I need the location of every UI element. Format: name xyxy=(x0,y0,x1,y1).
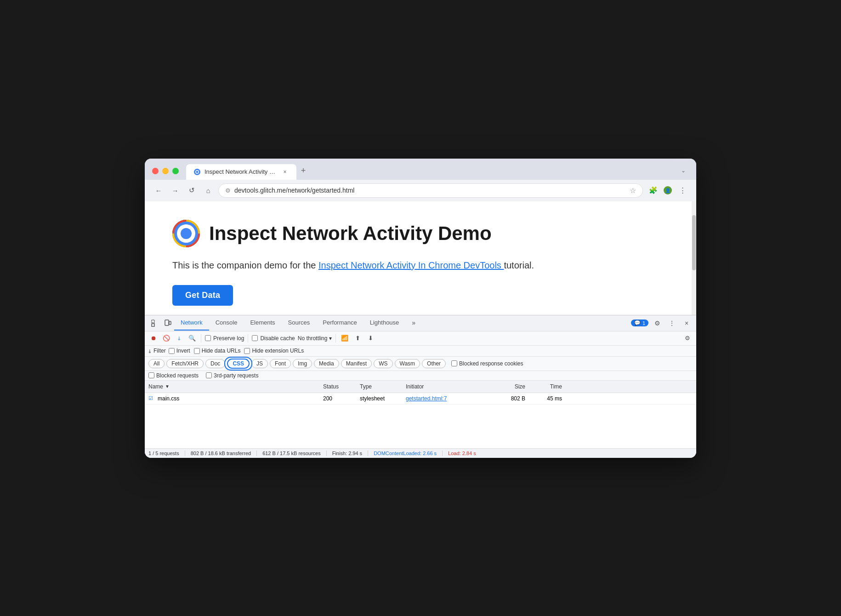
third-party-checkbox[interactable]: 3rd-party requests xyxy=(206,372,258,379)
row-time-cell: 45 ms xyxy=(525,395,562,402)
tab-chevron-icon[interactable]: ⌄ xyxy=(678,165,689,176)
blocked-response-checkbox[interactable]: Blocked response cookies xyxy=(451,360,523,367)
requests-count: 1 / 5 requests xyxy=(148,451,185,456)
record-button[interactable]: ⏺ xyxy=(148,333,159,343)
address-bar[interactable]: ⚙ devtools.glitch.me/network/getstarted.… xyxy=(218,183,643,198)
filter-font[interactable]: Font xyxy=(270,359,291,368)
title-bar: Inspect Network Activity Dem × + ⌄ xyxy=(145,159,696,180)
search-button[interactable]: 🔍 xyxy=(187,333,197,343)
extensions-button[interactable]: 🧩 xyxy=(647,184,659,197)
hide-data-urls-input[interactable] xyxy=(194,348,200,354)
row-initiator-link[interactable]: getstarted.html:7 xyxy=(406,395,447,402)
tab-close-button[interactable]: × xyxy=(281,168,289,176)
tab-network[interactable]: Network xyxy=(174,315,209,331)
col-header-status[interactable]: Status xyxy=(323,383,360,390)
col-header-size[interactable]: Size xyxy=(489,383,525,390)
hide-extension-urls-checkbox[interactable]: Hide extension URLs xyxy=(244,348,304,354)
filter-manifest[interactable]: Manifest xyxy=(341,359,372,368)
disable-cache-input[interactable] xyxy=(252,335,258,341)
col-header-initiator[interactable]: Initiator xyxy=(406,383,489,390)
filter-wasm[interactable]: Wasm xyxy=(395,359,420,368)
hide-data-urls-label: Hide data URLs xyxy=(202,348,241,354)
minimize-button[interactable] xyxy=(162,168,169,174)
chrome-devtools-tab-icon xyxy=(193,168,201,176)
filter-img[interactable]: Img xyxy=(293,359,312,368)
filter-other[interactable]: Other xyxy=(422,359,446,368)
forward-button[interactable]: → xyxy=(169,184,182,197)
new-tab-button[interactable]: + xyxy=(296,164,310,178)
hide-extension-urls-input[interactable] xyxy=(244,348,250,354)
devtools-settings-button[interactable]: ⚙ xyxy=(651,317,663,329)
active-tab[interactable]: Inspect Network Activity Dem × xyxy=(186,164,296,180)
disable-cache-checkbox[interactable]: Disable cache xyxy=(252,335,295,342)
row-filename: main.css xyxy=(158,395,179,402)
import-button[interactable]: ⬆ xyxy=(352,333,363,343)
chrome-menu-button[interactable]: ⋮ xyxy=(676,184,689,197)
get-data-button[interactable]: Get Data xyxy=(172,285,233,306)
tab-console[interactable]: Console xyxy=(209,315,244,331)
blocked-requests-checkbox[interactable]: Blocked requests xyxy=(148,372,199,379)
filter-ws[interactable]: WS xyxy=(374,359,392,368)
blocked-response-input[interactable] xyxy=(451,360,457,366)
page-scrollbar[interactable] xyxy=(692,201,696,315)
network-settings-button[interactable]: ⚙ xyxy=(682,333,693,343)
filter-fetch-xhr[interactable]: Fetch/XHR xyxy=(166,359,204,368)
home-button[interactable]: ⌂ xyxy=(202,184,215,197)
tab-more[interactable]: » xyxy=(405,315,422,331)
hide-data-urls-checkbox[interactable]: Hide data URLs xyxy=(194,348,241,354)
css-highlight-wrapper: CSS xyxy=(227,359,250,369)
devtools-tutorial-link[interactable]: Inspect Network Activity In Chrome DevTo… xyxy=(318,260,504,270)
page-header: Inspect Network Activity Demo xyxy=(172,220,669,247)
devtools-more-button[interactable]: ⋮ xyxy=(666,317,678,329)
devtools-close-button[interactable]: × xyxy=(681,317,693,329)
filter-label: ⫰ Filter xyxy=(148,348,166,354)
col-header-time[interactable]: Time xyxy=(525,383,562,390)
console-message-badge: 💬 1 xyxy=(631,319,648,326)
filter-all[interactable]: All xyxy=(148,359,165,368)
back-button[interactable]: ← xyxy=(152,184,165,197)
reload-button[interactable]: ↺ xyxy=(185,184,198,197)
profile-button[interactable]: 👤 xyxy=(661,184,674,197)
table-row[interactable]: ☑ main.css 200 stylesheet getstarted.htm… xyxy=(145,393,696,405)
row-type: stylesheet xyxy=(360,395,385,402)
maximize-button[interactable] xyxy=(172,168,179,174)
tab-performance[interactable]: Performance xyxy=(316,315,363,331)
css-file-icon: ☑ xyxy=(148,395,153,401)
filter-media[interactable]: Media xyxy=(314,359,339,368)
filter-doc[interactable]: Doc xyxy=(205,359,225,368)
invert-input[interactable] xyxy=(169,348,175,354)
load-time: Load: 2.84 s xyxy=(443,451,482,456)
preserve-log-checkbox[interactable]: Preserve log xyxy=(205,335,244,342)
filter-button[interactable]: ⫰ xyxy=(174,333,184,343)
tab-lighthouse[interactable]: Lighthouse xyxy=(364,315,406,331)
row-size-cell: 802 B xyxy=(489,395,525,402)
third-party-label: 3rd-party requests xyxy=(214,372,258,379)
dom-content-loaded: DOMContentLoaded: 2.66 s xyxy=(368,451,443,456)
throttling-label: No throttling xyxy=(298,335,328,342)
svg-point-7 xyxy=(181,228,192,239)
preserve-log-input[interactable] xyxy=(205,335,211,341)
filter-js[interactable]: JS xyxy=(251,359,268,368)
device-toolbar-icon[interactable] xyxy=(161,315,174,331)
filter-css[interactable]: CSS xyxy=(227,359,250,369)
clear-button[interactable]: 🚫 xyxy=(161,333,171,343)
third-party-input[interactable] xyxy=(206,372,212,378)
col-header-type[interactable]: Type xyxy=(360,383,406,390)
close-button[interactable] xyxy=(152,168,159,174)
invert-checkbox[interactable]: Invert xyxy=(169,348,190,354)
throttling-select[interactable]: No throttling ▾ xyxy=(298,335,332,342)
scrollbar-thumb[interactable] xyxy=(692,215,696,270)
col-header-name[interactable]: Name ▼ xyxy=(148,383,323,390)
bookmark-icon[interactable]: ☆ xyxy=(630,186,636,195)
tab-sources[interactable]: Sources xyxy=(282,315,317,331)
element-picker-icon[interactable] xyxy=(148,315,161,331)
export-button[interactable]: ⬇ xyxy=(365,333,375,343)
description-end: tutorial. xyxy=(504,260,534,270)
profile-icon: 👤 xyxy=(663,186,672,195)
status-bar: 1 / 5 requests 802 B / 18.6 kB transferr… xyxy=(145,448,696,458)
wifi-button[interactable]: 📶 xyxy=(340,333,350,343)
tab-elements[interactable]: Elements xyxy=(244,315,281,331)
col-status-label: Status xyxy=(323,383,339,390)
blocked-requests-input[interactable] xyxy=(148,372,154,378)
url-display: devtools.glitch.me/network/getstarted.ht… xyxy=(234,187,626,194)
